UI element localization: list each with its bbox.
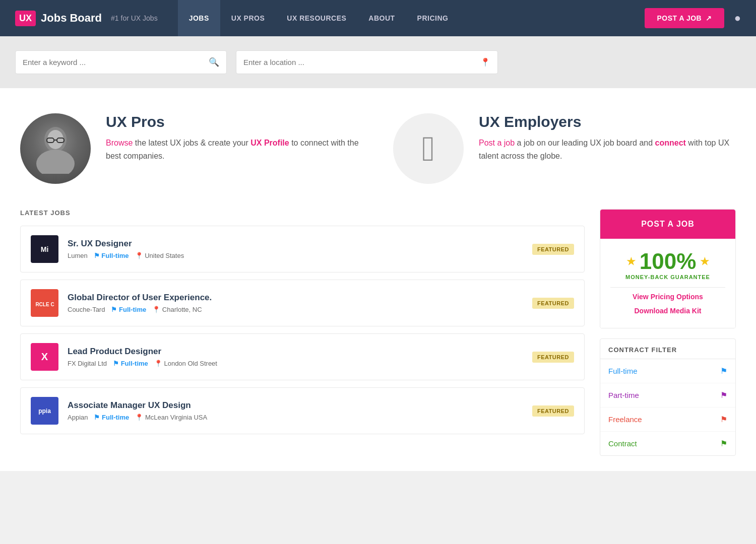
star-left-icon: ★ xyxy=(626,255,636,267)
nav-item-about[interactable]: ABOUT xyxy=(357,0,406,36)
latest-jobs-label: LATEST JOBS xyxy=(20,209,585,217)
job-meta-1: Lumen ⚑ Full-time 📍 United States xyxy=(68,252,523,259)
post-job-sidebar-button[interactable]: POST A JOB xyxy=(600,210,735,239)
person-silhouette-svg xyxy=(33,123,78,174)
keyword-search-wrap: 🔍 xyxy=(15,50,227,74)
navbar-tagline: #1 for UX Jobs xyxy=(111,14,158,22)
bookmark-contract-icon: ⚑ xyxy=(720,439,727,448)
job-card-3[interactable]: X Lead Product Designer FX Digital Ltd ⚑… xyxy=(20,333,585,380)
nav-item-pricing[interactable]: PRICING xyxy=(406,0,460,36)
guarantee-label-text: MONEY-BACK GUARANTEE xyxy=(610,274,725,280)
job-company-4: Appian xyxy=(68,414,88,421)
job-company-2: Couche-Tard xyxy=(68,306,105,313)
job-logo-3: X xyxy=(31,343,58,371)
job-logo-2: RCLE C xyxy=(31,289,58,317)
guarantee-percent-display: ★ 100% ★ xyxy=(610,249,725,274)
navbar-nav: JOBS UX PROS UX RESOURCES ABOUT PRICING xyxy=(178,0,460,36)
nav-item-jobs[interactable]: JOBS xyxy=(178,0,220,36)
search-button[interactable]: 🔍 xyxy=(209,57,219,67)
guarantee-section: ★ 100% ★ MONEY-BACK GUARANTEE View Prici… xyxy=(600,239,735,328)
job-meta-3: FX Digital Ltd ⚑ Full-time 📍 London Old … xyxy=(68,360,523,367)
job-card-2[interactable]: RCLE C Global Director of User Experienc… xyxy=(20,280,585,326)
couche-tard-logo-svg: RCLE C xyxy=(32,291,57,316)
logo-jobs-text: Jobs Board xyxy=(41,12,102,25)
post-job-label: POST A JOB xyxy=(657,14,702,22)
post-job-sidebar-box: POST A JOB ★ 100% ★ MONEY-BACK GUARANTEE… xyxy=(600,209,736,328)
view-pricing-link[interactable]: View Pricing Options xyxy=(610,290,725,304)
ux-pros-title: UX Pros xyxy=(106,113,363,130)
job-card-4[interactable]: ppia Associate Manager UX Design Appian … xyxy=(20,387,585,434)
job-title-4: Associate Manager UX Design xyxy=(68,400,523,411)
featured-badge-2: FEATURED xyxy=(532,298,574,309)
guarantee-percent-value: 100% xyxy=(640,249,697,274)
filter-contract[interactable]: Contract ⚑ xyxy=(600,432,735,455)
job-meta-4: Appian ⚑ Full-time 📍 McLean Virginia USA xyxy=(68,414,523,421)
bookmark-freelance-icon: ⚑ xyxy=(720,415,727,424)
svg-point-2 xyxy=(36,150,75,174)
connect-link[interactable]: connect xyxy=(655,139,686,147)
ux-pros-description: Browse the latest UX jobs & create your … xyxy=(106,137,363,162)
featured-badge-4: FEATURED xyxy=(532,405,574,417)
navbar: UX Jobs Board #1 for UX Jobs JOBS UX PRO… xyxy=(0,0,756,36)
ux-pros-desc-mid: the latest UX jobs & create your xyxy=(133,139,250,147)
job-info-4: Associate Manager UX Design Appian ⚑ Ful… xyxy=(68,400,523,421)
job-title-2: Global Director of User Experience. xyxy=(68,293,523,303)
location-search-wrap: 📍 xyxy=(236,50,498,74)
job-card-1[interactable]: Mi Sr. UX Designer Lumen ⚑ Full-time 📍 U… xyxy=(20,226,585,273)
location-pin-icon: 📍 xyxy=(480,57,490,67)
ux-pros-card: UX Pros Browse the latest UX jobs & crea… xyxy=(20,113,363,184)
ux-employers-description: Post a job a job on our leading UX job b… xyxy=(479,137,736,162)
filter-contract-label: Contract xyxy=(608,439,637,448)
ux-employers-desc-mid: a job on our leading UX job board and xyxy=(515,139,655,147)
post-job-button[interactable]: POST A JOB ↗ xyxy=(645,8,724,28)
browse-link[interactable]: Browse xyxy=(106,139,133,147)
sidebar: POST A JOB ★ 100% ★ MONEY-BACK GUARANTEE… xyxy=(600,209,736,456)
jobs-section: LATEST JOBS Mi Sr. UX Designer Lumen ⚑ F… xyxy=(20,209,585,456)
nav-item-ux-resources[interactable]: UX RESOURCES xyxy=(276,0,357,36)
job-title-1: Sr. UX Designer xyxy=(68,239,523,249)
person-photo xyxy=(20,113,91,184)
location-search-input[interactable] xyxy=(243,51,480,74)
job-type-2: ⚑ Full-time xyxy=(111,306,146,313)
job-location-1: 📍 United States xyxy=(135,252,184,259)
logo-ux-box: UX xyxy=(15,11,36,26)
promo-section: UX Pros Browse the latest UX jobs & crea… xyxy=(20,113,736,184)
job-logo-1: Mi xyxy=(31,235,58,263)
filter-parttime[interactable]: Part-time ⚑ xyxy=(600,383,735,407)
guarantee-divider xyxy=(610,287,725,288)
ux-profile-link[interactable]: UX Profile xyxy=(250,139,289,147)
job-type-4: ⚑ Full-time xyxy=(94,414,129,421)
filter-freelance[interactable]: Freelance ⚑ xyxy=(600,407,735,432)
star-right-icon: ★ xyxy=(700,255,709,267)
bookmark-parttime-icon: ⚑ xyxy=(720,390,727,400)
job-company-1: Lumen xyxy=(68,252,88,259)
job-type-1: ⚑ Full-time xyxy=(94,252,129,259)
filter-fulltime[interactable]: Full-time ⚑ xyxy=(600,359,735,383)
keyword-search-input[interactable] xyxy=(23,51,209,74)
job-meta-2: Couche-Tard ⚑ Full-time 📍 Charlotte, NC xyxy=(68,306,523,313)
user-account-icon[interactable]: ● xyxy=(734,12,741,25)
ux-employers-card:  UX Employers Post a job a job on our l… xyxy=(393,113,736,184)
navbar-right: POST A JOB ↗ ● xyxy=(645,8,741,28)
nav-item-ux-pros[interactable]: UX PROS xyxy=(220,0,276,36)
featured-badge-3: FEATURED xyxy=(532,352,574,363)
download-media-kit-link[interactable]: Download Media Kit xyxy=(610,304,725,318)
job-info-3: Lead Product Designer FX Digital Ltd ⚑ F… xyxy=(68,347,523,367)
search-section: 🔍 📍 xyxy=(0,36,756,88)
filter-parttime-label: Part-time xyxy=(608,391,639,399)
contract-filter-box: CONTRACT FILTER Full-time ⚑ Part-time ⚑ … xyxy=(600,338,736,456)
job-info-1: Sr. UX Designer Lumen ⚑ Full-time 📍 Unit… xyxy=(68,239,523,259)
content-row: LATEST JOBS Mi Sr. UX Designer Lumen ⚑ F… xyxy=(20,209,736,456)
job-location-2: 📍 Charlotte, NC xyxy=(152,306,202,313)
post-a-job-link[interactable]: Post a job xyxy=(479,139,515,147)
ux-pros-avatar xyxy=(20,113,91,184)
employer-logo-circle:  xyxy=(393,113,464,184)
ux-pros-text: UX Pros Browse the latest UX jobs & crea… xyxy=(106,113,363,162)
external-link-icon: ↗ xyxy=(706,14,712,22)
job-type-3: ⚑ Full-time xyxy=(113,360,148,367)
featured-badge-1: FEATURED xyxy=(532,244,574,255)
job-info-2: Global Director of User Experience. Couc… xyxy=(68,293,523,313)
contract-filter-title: CONTRACT FILTER xyxy=(600,339,735,359)
ux-employers-text: UX Employers Post a job a job on our lea… xyxy=(479,113,736,162)
filter-freelance-label: Freelance xyxy=(608,415,642,424)
